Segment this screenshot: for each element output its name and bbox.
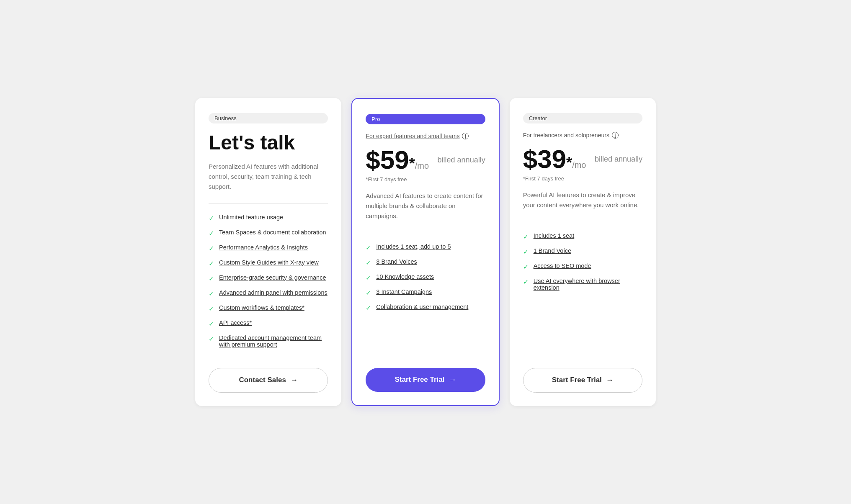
list-item: ✓ 10 Knowledge assets [366,273,485,282]
creator-start-trial-label: Start Free Trial [552,376,602,384]
arrow-icon: → [290,376,298,385]
check-icon: ✓ [209,214,214,222]
creator-features-list: ✓ Includes 1 seat ✓ 1 Brand Voice ✓ Acce… [523,232,642,355]
business-title: Let's talk [209,132,328,154]
pro-period: /mo [415,161,429,171]
list-item: ✓ Includes 1 seat, add up to 5 [366,243,485,252]
feature-label[interactable]: Enterprise-grade security & governance [219,274,326,281]
creator-divider [523,222,642,222]
creator-price-note: *First 7 days free [523,175,642,182]
feature-label[interactable]: Includes 1 seat, add up to 5 [376,243,451,250]
check-icon: ✓ [209,244,214,252]
creator-badge: Creator [523,113,642,123]
pro-subtitle: For expert features and small teams i [366,133,485,139]
feature-label[interactable]: Use AI everywhere with browser extension [534,278,642,291]
check-icon: ✓ [523,278,529,286]
creator-subtitle-text: For freelancers and solopreneurs [523,132,609,139]
pro-features-list: ✓ Includes 1 seat, add up to 5 ✓ 3 Brand… [366,243,485,355]
list-item: ✓ Advanced admin panel with permissions [209,289,328,298]
check-icon: ✓ [209,320,214,328]
pro-divider [366,233,485,233]
business-divider [209,203,328,204]
list-item: ✓ Performance Analytics & Insights [209,244,328,252]
list-item: ✓ 3 Instant Campaigns [366,288,485,297]
creator-price-section: $39 * /mo billed annually [523,146,642,172]
feature-label[interactable]: 3 Brand Voices [376,258,417,265]
feature-label[interactable]: Unlimited feature usage [219,214,283,221]
list-item: ✓ Unlimited feature usage [209,214,328,222]
creator-subtitle: For freelancers and solopreneurs i [523,132,642,139]
pricing-container: Business Let's talk Personalized AI feat… [195,98,656,406]
creator-start-trial-button[interactable]: Start Free Trial → [523,368,642,393]
list-item: ✓ API access* [209,319,328,328]
feature-label[interactable]: Custom Style Guides with X-ray view [219,259,319,266]
pro-asterisk: * [409,155,415,172]
check-icon: ✓ [523,263,529,271]
feature-label[interactable]: Advanced admin panel with permissions [219,289,328,296]
list-item: ✓ Custom workflows & templates* [209,304,328,313]
list-item: ✓ Includes 1 seat [523,232,642,241]
creator-card: Creator For freelancers and solopreneurs… [510,98,656,406]
info-icon[interactable]: i [462,133,469,139]
business-description: Personalized AI features with additional… [209,162,328,192]
check-icon: ✓ [523,248,529,256]
pro-description: Advanced AI features to create content f… [366,191,485,221]
check-icon: ✓ [366,289,371,297]
pro-price-row: $59 * /mo billed annually [366,147,485,173]
check-icon: ✓ [209,290,214,298]
check-icon: ✓ [209,260,214,267]
pro-price-note: *First 7 days free [366,176,485,183]
business-features-list: ✓ Unlimited feature usage ✓ Team Spaces … [209,214,328,355]
pro-price-section: $59 * /mo billed annually [366,147,485,173]
list-item: ✓ Custom Style Guides with X-ray view [209,259,328,267]
list-item: ✓ Team Spaces & document collaboration [209,229,328,237]
list-item: ✓ 3 Brand Voices [366,258,485,267]
creator-asterisk: * [566,154,572,172]
check-icon: ✓ [523,233,529,241]
creator-description: Powerful AI features to create & improve… [523,190,642,210]
list-item: ✓ Enterprise-grade security & governance [209,274,328,283]
list-item: ✓ Dedicated account management team with… [209,334,328,348]
pro-start-trial-label: Start Free Trial [395,375,444,384]
list-item: ✓ Use AI everywhere with browser extensi… [523,278,642,291]
feature-label[interactable]: 10 Knowledge assets [376,273,434,280]
list-item: ✓ Access to SEO mode [523,262,642,271]
contact-sales-label: Contact Sales [239,376,286,384]
business-card: Business Let's talk Personalized AI feat… [195,98,341,406]
arrow-icon: → [606,376,614,385]
feature-label[interactable]: Dedicated account management team with p… [219,334,328,348]
feature-label[interactable]: Performance Analytics & Insights [219,244,308,251]
list-item: ✓ Collaboration & user management [366,303,485,312]
check-icon: ✓ [366,244,371,252]
creator-period: /mo [572,160,586,170]
check-icon: ✓ [209,305,214,313]
feature-label[interactable]: Collaboration & user management [376,303,468,310]
check-icon: ✓ [366,304,371,312]
arrow-icon: → [449,375,456,384]
pro-start-trial-button[interactable]: Start Free Trial → [366,368,485,392]
creator-price-amount: $39 [523,146,566,172]
check-icon: ✓ [209,335,214,343]
check-icon: ✓ [366,259,371,267]
pro-price-amount: $59 [366,147,409,173]
check-icon: ✓ [366,274,371,282]
pro-cta-section: Start Free Trial → [366,368,485,392]
feature-label[interactable]: Team Spaces & document collaboration [219,229,326,236]
pro-subtitle-text: For expert features and small teams [366,133,459,139]
feature-label[interactable]: Includes 1 seat [534,232,575,239]
contact-sales-button[interactable]: Contact Sales → [209,368,328,393]
creator-price-row: $39 * /mo billed annually [523,146,642,172]
info-icon[interactable]: i [612,132,619,139]
business-badge: Business [209,113,328,123]
pro-card: Pro For expert features and small teams … [351,98,499,406]
feature-label[interactable]: Access to SEO mode [534,262,591,269]
feature-label[interactable]: API access* [219,319,252,326]
feature-label[interactable]: 3 Instant Campaigns [376,288,432,295]
pro-billed: billed annually [438,156,485,165]
pro-badge: Pro [366,114,485,124]
check-icon: ✓ [209,275,214,283]
list-item: ✓ 1 Brand Voice [523,247,642,256]
feature-label[interactable]: Custom workflows & templates* [219,304,304,311]
business-cta-section: Contact Sales → [209,368,328,393]
feature-label[interactable]: 1 Brand Voice [534,247,571,254]
